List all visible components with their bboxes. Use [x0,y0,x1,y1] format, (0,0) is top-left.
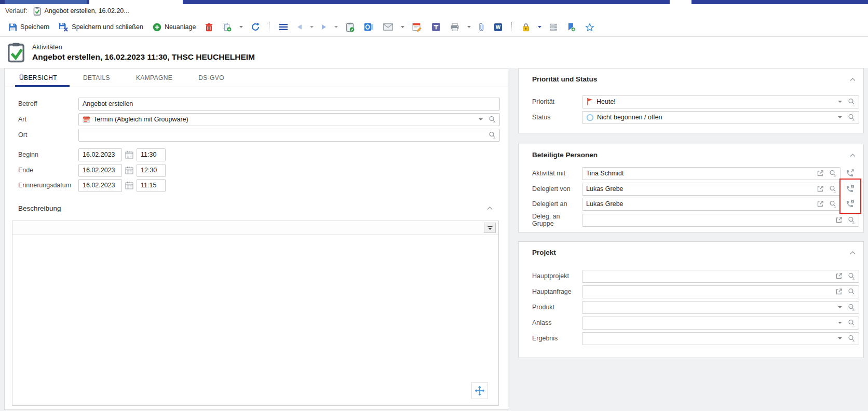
chevron-down-icon[interactable] [478,118,483,121]
email-dropdown-caret[interactable] [399,24,406,30]
delegiert-von-input[interactable]: Lukas Grebe [582,183,840,196]
deleg-an-gruppe-input[interactable] [582,214,859,227]
bookmark-add-button[interactable] [564,20,579,34]
chevron-down-icon[interactable] [837,100,843,103]
collapse-chevron-icon[interactable] [486,206,493,210]
aktivitaet-mit-input[interactable]: Tina Schmidt [582,167,840,180]
open-record-icon[interactable] [835,216,843,224]
search-icon[interactable] [848,288,855,296]
print-dropdown-caret[interactable] [466,24,472,30]
word-export-button[interactable]: W [491,21,506,34]
arrow-left-icon [297,24,302,30]
produkt-select[interactable] [582,301,859,314]
open-record-icon[interactable] [817,200,824,208]
nav-previous-button[interactable] [294,22,305,32]
phone-contact-icon[interactable] [840,200,859,208]
tab-dsgvo[interactable]: DS-GVO [197,68,225,87]
print-button[interactable] [447,21,463,34]
betreff-input[interactable]: Angebot erstellen [78,98,500,111]
trash-icon [205,23,213,32]
calendar-edit-button[interactable] [409,20,425,34]
chevron-down-icon[interactable] [837,337,843,340]
beginn-date-input[interactable]: 16.02.2023 [78,148,122,161]
search-icon[interactable] [829,170,836,177]
search-icon[interactable] [848,335,855,342]
search-icon[interactable] [848,114,855,121]
attachment-button[interactable] [476,20,487,34]
beginn-time-input[interactable]: 11:30 [137,148,166,161]
appointment-type-icon [83,116,90,124]
new-record-button[interactable]: Neuanlage [150,21,199,34]
permissions-dropdown-caret[interactable] [536,24,543,30]
nav-next-caret[interactable] [333,24,340,30]
prioritaet-select[interactable]: Heute! [582,95,859,108]
save-button[interactable]: Speichern [5,21,52,34]
tab-uebersicht[interactable]: ÜBERSICHT [18,68,58,87]
search-icon[interactable] [848,216,855,224]
toolbar-separator [269,22,270,32]
hauptprojekt-input[interactable] [582,270,859,283]
erinnerung-row: Erinnerungsdatum 16.02.2023 11:15 [18,179,166,192]
ergebnis-select[interactable] [582,332,859,345]
copy-dropdown-caret[interactable] [238,24,245,30]
search-icon[interactable] [829,200,836,208]
hauptanfrage-input[interactable] [582,285,859,298]
refresh-button[interactable] [248,20,263,34]
status-select[interactable]: Nicht begonnen / offen [582,111,859,124]
tab-kampagne[interactable]: KAMPAGNE [135,68,173,87]
collapse-chevron-icon[interactable] [849,251,856,255]
chevron-down-icon[interactable] [837,306,843,309]
art-select[interactable]: Termin (Abgleich mit Groupware) [78,113,500,126]
open-record-icon[interactable] [817,185,824,193]
phone-forward-icon[interactable] [840,169,859,177]
status-value: Nicht begonnen / offen [597,114,662,121]
datepicker-icon[interactable] [125,150,133,159]
ende-date-input[interactable]: 16.02.2023 [78,164,122,177]
nav-next-button[interactable] [318,22,330,32]
teams-button[interactable] [428,20,444,34]
chevron-down-icon[interactable] [837,116,843,119]
tab-details[interactable]: DETAILS [82,68,111,87]
move-handle[interactable] [471,382,488,399]
collapse-chevron-icon[interactable] [849,153,856,157]
outlook-button[interactable] [361,20,377,34]
anlass-select[interactable] [582,317,859,330]
search-icon[interactable] [848,319,855,327]
open-record-icon[interactable] [817,170,824,177]
permissions-button[interactable] [519,21,533,34]
search-icon[interactable] [489,116,496,124]
erinnerung-date-input[interactable]: 16.02.2023 [78,179,122,192]
description-format-dropdown[interactable] [484,223,496,233]
datepicker-icon[interactable] [125,181,133,189]
delegiert-an-input[interactable]: Lukas Grebe [582,198,840,211]
datepicker-icon[interactable] [125,166,133,174]
history-item[interactable]: Angebot erstellen, 16.02.20... [33,7,129,16]
delete-button[interactable] [202,21,216,34]
search-icon[interactable] [489,131,496,139]
open-record-icon[interactable] [835,288,843,295]
search-icon[interactable] [829,185,836,193]
search-icon[interactable] [848,304,855,311]
menu-button[interactable] [276,22,291,32]
collapse-chevron-icon[interactable] [849,77,856,81]
open-record-icon[interactable] [835,272,843,280]
word-icon: W [494,23,503,32]
ende-time-input[interactable]: 12:30 [137,164,166,177]
email-button[interactable] [380,21,396,33]
copy-record-button[interactable] [219,20,235,34]
prioritaet-label: Priorität [532,98,582,105]
ort-input[interactable] [78,129,500,142]
nav-previous-caret[interactable] [308,24,315,30]
save-and-close-button[interactable]: Speichern und schließen [56,20,146,34]
search-icon[interactable] [848,98,855,106]
hauptanfrage-row: Hauptanfrage [532,285,859,298]
chevron-down-icon[interactable] [837,321,843,324]
erinnerung-time-input[interactable]: 11:15 [137,179,166,192]
archive-button[interactable] [546,21,561,33]
save-and-close-button-label: Speichern und schließen [72,23,143,31]
search-icon[interactable] [848,272,855,280]
favorite-button[interactable] [582,21,598,34]
phone-contact-icon[interactable] [840,185,859,193]
description-editor[interactable] [12,235,498,405]
new-activity-button[interactable] [343,20,358,34]
